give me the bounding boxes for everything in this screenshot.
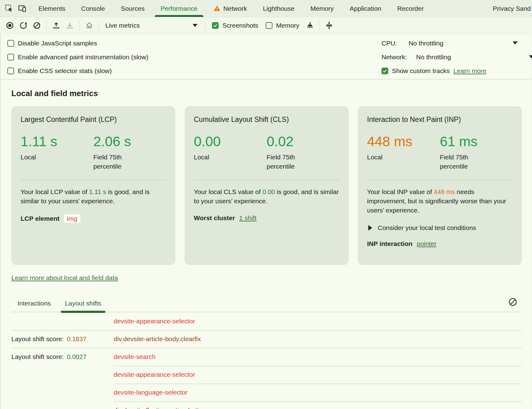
broom-icon (306, 21, 314, 29)
shift-score-value: 0.1837 (67, 335, 86, 343)
shift-node-link[interactable]: div.devsite-article-body.clearfix (114, 335, 201, 343)
tab-performance[interactable]: Performance (153, 0, 205, 17)
shift-node-link[interactable]: devsite-appearance-selector (114, 317, 195, 325)
lcp-field-block: 2.06 s Field 75th percentile (93, 134, 166, 171)
shift-node-link[interactable]: devsite-search (114, 353, 156, 360)
home-icon (85, 21, 93, 29)
tab-label: Console (81, 5, 105, 12)
collapse-sections-button[interactable] (323, 19, 336, 32)
performance-panel-content: Disable JavaScript samples Enable advanc… (0, 34, 532, 409)
cls-field-block: 0.02 Field 75th percentile (267, 134, 339, 171)
panel-mode-select[interactable]: Live metrics (102, 22, 202, 29)
inp-card-title: Interaction to Next Paint (INP) (367, 115, 513, 124)
disclosure-triangle-icon (368, 225, 372, 231)
inp-field-block: 61 ms Field 75th percentile (440, 134, 513, 171)
checkbox-label: Disable JavaScript samples (18, 40, 97, 47)
inp-local-label: Local (367, 153, 416, 162)
layout-shift-row: devsite-language-selector (11, 384, 522, 401)
clear-icon (508, 297, 518, 307)
card-divider (21, 180, 166, 180)
tab-label: Performance (161, 5, 198, 12)
memory-checkbox[interactable]: Memory (266, 22, 299, 29)
load-profile-button[interactable] (49, 19, 63, 32)
download-icon (66, 21, 74, 29)
collect-garbage-button[interactable] (303, 19, 317, 32)
chevron-down-icon (513, 41, 518, 45)
css-selector-stats-checkbox[interactable]: Enable CSS selector stats (slow) (7, 67, 112, 75)
inp-local-block: 448 ms Local (367, 134, 440, 171)
cls-local-label: Local (194, 153, 243, 162)
tab-sources[interactable]: Sources (113, 0, 153, 17)
cpu-value: No throttling (409, 40, 443, 47)
lcp-local-label: Local (21, 153, 70, 162)
show-custom-tracks-row: Show custom tracks Learn more (381, 64, 532, 78)
disclosure-label: Consider your local test conditions (378, 224, 476, 232)
inp-interaction-link[interactable]: pointer (417, 240, 436, 247)
network-value: No throttling (416, 53, 451, 61)
shift-node-link[interactable]: devsite-appearance-selector (114, 371, 195, 378)
checkbox-label: Enable advanced paint instrumentation (s… (18, 53, 148, 61)
device-toolbar-icon[interactable] (18, 4, 26, 13)
worst-cluster-link[interactable]: 1 shift (239, 214, 256, 222)
toolbar-divider (319, 21, 320, 30)
shift-node-link[interactable]: div.devsite-floating-action-buttons (114, 407, 209, 409)
record-icon (6, 21, 14, 29)
lcp-local-value: 1.11 s (21, 134, 93, 150)
checkbox-unchecked-icon (266, 22, 272, 29)
tab-label: Privacy Sand (493, 5, 531, 12)
tab-layout-shifts[interactable]: Layout shifts (65, 300, 101, 312)
local-test-conditions-disclosure[interactable]: Consider your local test conditions (367, 224, 513, 232)
cls-field-value: 0.02 (267, 134, 339, 150)
tab-application[interactable]: Application (342, 0, 389, 17)
tab-network[interactable]: Network (205, 0, 255, 17)
card-divider (367, 180, 513, 180)
reload-and-record-button[interactable] (17, 19, 30, 32)
shift-score-label: Layout shift score: (11, 353, 64, 360)
chevron-down-icon (193, 24, 198, 27)
tab-lighthouse[interactable]: Lighthouse (255, 0, 303, 17)
performance-toolbar: Live metrics Screenshots Memory (0, 17, 532, 34)
layout-shift-row: Layout shift score: 0.0027 devsite-searc… (11, 348, 522, 366)
tab-recorder[interactable]: Recorder (389, 0, 432, 17)
network-throttling-select[interactable]: Network: No throttling (381, 50, 532, 64)
shift-node-link[interactable]: devsite-language-selector (114, 389, 187, 396)
tab-privacy-sandbox[interactable]: Privacy Sand (485, 0, 532, 17)
devtools-window: Elements Console Sources Performance Net… (0, 0, 532, 409)
disable-js-samples-checkbox[interactable]: Disable JavaScript samples (7, 40, 97, 47)
lcp-element-node-link[interactable]: img (64, 214, 80, 223)
tab-elements[interactable]: Elements (30, 0, 73, 17)
clear-button[interactable] (30, 19, 44, 32)
layout-shift-row: Layout shift score: 0.1837 div.devsite-a… (11, 330, 522, 348)
inp-card: Interaction to Next Paint (INP) 448 ms L… (358, 106, 522, 265)
record-button[interactable] (3, 19, 17, 32)
reload-icon (19, 21, 27, 29)
chevron-down-icon (529, 55, 532, 58)
field-data-learn-more-link[interactable]: Learn more about local and field data (11, 274, 118, 282)
lcp-field-label: Field 75th percentile (93, 153, 143, 171)
home-button[interactable] (82, 19, 96, 32)
toolbar-divider (46, 21, 47, 30)
tab-memory[interactable]: Memory (303, 0, 342, 17)
throttling-settings: CPU: No throttling Network: No throttlin… (381, 36, 532, 78)
custom-tracks-learn-more-link[interactable]: Learn more (453, 67, 486, 75)
metric-cards: Largest Contentful Paint (LCP) 1.11 s Lo… (11, 106, 522, 265)
advanced-paint-checkbox[interactable]: Enable advanced paint instrumentation (s… (7, 53, 148, 61)
tab-label: Lighthouse (263, 5, 295, 12)
cpu-throttling-select[interactable]: CPU: No throttling (381, 36, 532, 50)
inspect-element-icon[interactable] (5, 4, 13, 13)
toolbar-divider (99, 21, 99, 30)
inp-interaction-label: INP interaction (367, 240, 413, 247)
save-profile-button[interactable] (63, 19, 76, 32)
lcp-element-label: LCP element (21, 215, 60, 222)
tab-console[interactable]: Console (73, 0, 113, 17)
summary-value: 0.00 (262, 188, 275, 195)
tab-interactions[interactable]: Interactions (18, 300, 51, 312)
screenshots-checkbox[interactable]: Screenshots (212, 22, 258, 29)
tab-label: Memory (311, 5, 334, 12)
layout-shift-row: devsite-appearance-selector (11, 312, 522, 330)
tab-label: Network (223, 5, 247, 12)
clear-log-button[interactable] (508, 297, 518, 308)
show-custom-tracks-checkbox[interactable]: Show custom tracks (381, 67, 450, 75)
tab-label: Elements (38, 5, 65, 12)
network-label: Network: (381, 53, 407, 61)
